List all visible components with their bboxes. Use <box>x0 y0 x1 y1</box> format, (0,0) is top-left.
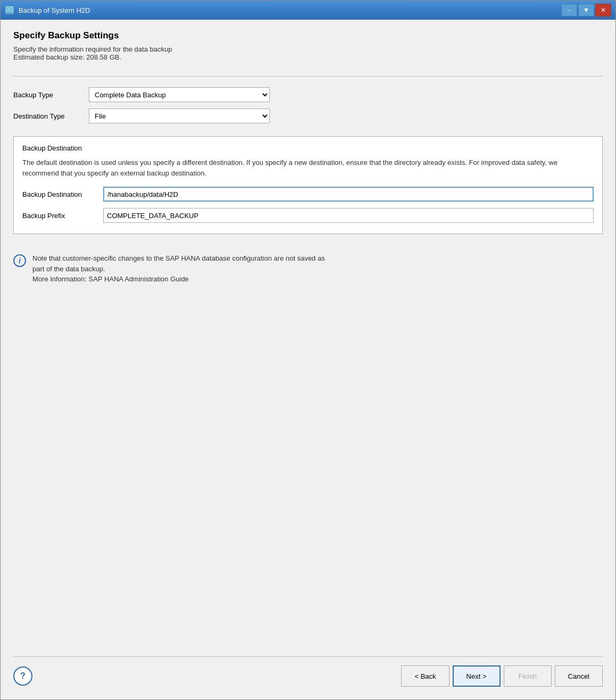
subtitle-line1: Specify the information required for the… <box>13 45 603 53</box>
page-header: Specify Backup Settings Specify the info… <box>13 30 603 61</box>
backup-prefix-row: Backup Prefix <box>22 208 594 223</box>
svg-rect-1 <box>7 8 12 11</box>
info-line1: Note that customer-specific changes to t… <box>32 254 325 262</box>
finish-button[interactable]: Finish <box>504 665 552 687</box>
page-title: Specify Backup Settings <box>13 30 603 41</box>
close-button[interactable]: ✕ <box>595 4 611 16</box>
backup-type-label: Backup Type <box>13 91 82 99</box>
footer-buttons: < Back Next > Finish Cancel <box>401 665 603 687</box>
backup-destination-label: Backup Destination <box>22 190 97 198</box>
backup-prefix-label: Backup Prefix <box>22 212 97 220</box>
backup-destination-row: Backup Destination <box>22 187 594 202</box>
title-bar-left: Backup of System H2D <box>5 5 90 15</box>
destination-type-select[interactable]: File <box>89 109 270 123</box>
backup-type-row: Backup Type Complete Data Backup <box>13 87 603 102</box>
window-title: Backup of System H2D <box>19 6 90 14</box>
destination-type-label: Destination Type <box>13 112 82 120</box>
info-box: i Note that customer-specific changes to… <box>13 251 603 287</box>
backup-destination-group: Backup Destination The default destinati… <box>13 136 603 234</box>
minimize-button[interactable]: − <box>561 4 577 16</box>
help-button[interactable]: ? <box>13 666 32 686</box>
backup-type-select[interactable]: Complete Data Backup <box>89 87 270 102</box>
title-bar: Backup of System H2D − ▼ ✕ <box>1 1 615 20</box>
backup-destination-input[interactable] <box>103 187 594 202</box>
window-controls: − ▼ ✕ <box>561 4 611 16</box>
info-line3: More Information: SAP HANA Administratio… <box>32 275 189 283</box>
info-icon: i <box>13 254 26 267</box>
backup-prefix-input[interactable] <box>103 208 594 223</box>
footer-left: ? <box>13 666 32 686</box>
next-button[interactable]: Next > <box>453 665 501 687</box>
group-description: The default destination is used unless y… <box>22 157 594 178</box>
main-window: Backup of System H2D − ▼ ✕ Specify Backu… <box>0 0 616 700</box>
destination-type-row: Destination Type File <box>13 109 603 123</box>
header-divider <box>13 76 603 77</box>
maximize-button[interactable]: ▼ <box>578 4 594 16</box>
info-text: Note that customer-specific changes to t… <box>32 253 325 285</box>
cancel-button[interactable]: Cancel <box>555 665 603 687</box>
group-legend: Backup Destination <box>22 144 594 152</box>
footer: ? < Back Next > Finish Cancel <box>13 656 603 689</box>
form-section: Backup Type Complete Data Backup Destina… <box>13 87 603 123</box>
app-icon <box>5 5 14 15</box>
info-line2: part of the data backup. <box>32 265 105 273</box>
back-button[interactable]: < Back <box>401 665 449 687</box>
destination-form: Backup Destination Backup Prefix <box>22 187 594 223</box>
content-area: Specify Backup Settings Specify the info… <box>1 20 615 699</box>
subtitle-line2: Estimated backup size: 208.58 GB. <box>13 53 603 61</box>
